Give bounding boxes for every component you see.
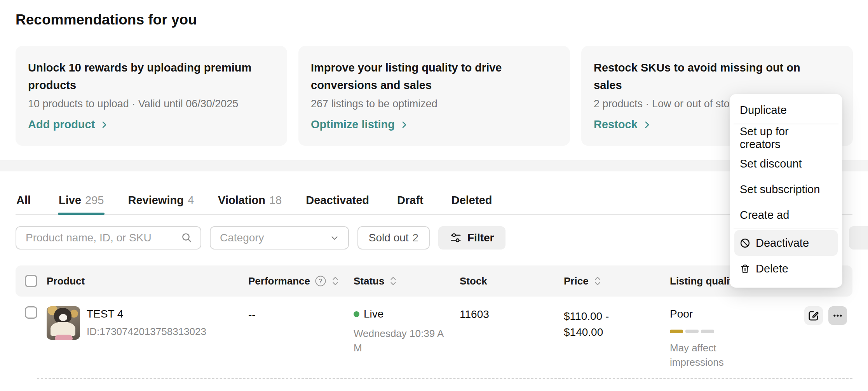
card-subtitle: 267 listings to be optimized (311, 98, 554, 110)
recommendation-card-listing-quality: Improve your listing quality to drive co… (298, 46, 570, 146)
live-status-dot-icon (354, 311, 359, 317)
column-performance: Performance ? (248, 275, 354, 287)
add-product-label: Add product (28, 118, 95, 131)
more-actions-button[interactable] (828, 306, 847, 325)
tab-live[interactable]: Live 295 (58, 193, 105, 214)
card-title: Unlock 10 rewards by uploading premium p… (28, 59, 255, 94)
search-icon (181, 232, 193, 244)
quality-note-line: impressions (670, 355, 776, 370)
sort-icon[interactable] (593, 276, 602, 286)
menu-item-set-subscription[interactable]: Set subscription (730, 176, 842, 202)
menu-divider (734, 124, 838, 124)
menu-item-deactivate[interactable]: Deactivate (734, 230, 838, 256)
sold-out-filter-button[interactable]: Sold out 2 (357, 226, 430, 250)
tab-draft[interactable]: Draft (396, 193, 428, 214)
category-placeholder: Category (220, 232, 264, 244)
sold-out-label: Sold out (369, 232, 409, 244)
row-actions-context-menu: Duplicate Set up for creators Set discou… (730, 94, 842, 288)
filter-toolbar: Category Sold out 2 Filter (16, 226, 505, 250)
edit-icon (808, 310, 819, 321)
chevron-down-icon (329, 233, 340, 243)
tab-reviewing[interactable]: Reviewing 4 (127, 193, 195, 214)
row-checkbox[interactable] (25, 306, 37, 319)
menu-item-duplicate[interactable]: Duplicate (730, 97, 842, 123)
price-line: $110.00 - (564, 308, 670, 324)
trash-icon (740, 264, 750, 274)
status-timestamp-line: M (354, 341, 460, 355)
menu-item-label: Delete (756, 262, 788, 275)
tab-label: Draft (397, 194, 424, 214)
tab-label: Reviewing (128, 194, 183, 214)
sort-icon[interactable] (331, 276, 340, 286)
tab-all[interactable]: All (16, 193, 35, 214)
chevron-right-icon (642, 120, 652, 129)
quality-meter (670, 330, 776, 333)
row-actions (776, 306, 852, 325)
status-timestamp-line: Wednesday 10:39 A (354, 326, 460, 341)
product-name[interactable]: TEST 4 (87, 308, 206, 320)
tab-label: Deactivated (306, 194, 369, 214)
tab-count: 4 (188, 194, 194, 214)
column-label: Listing quality (670, 275, 738, 287)
help-icon[interactable]: ? (315, 275, 326, 287)
products-table: Product Performance ? Status Stock (16, 265, 852, 379)
restock-label: Restock (594, 118, 638, 131)
column-label: Price (564, 275, 589, 287)
menu-item-label: Deactivate (756, 237, 809, 250)
column-status: Status (354, 275, 460, 287)
optimize-listing-link[interactable]: Optimize listing (311, 118, 554, 131)
quality-segment-empty (685, 330, 699, 333)
category-select[interactable]: Category (210, 226, 349, 250)
column-price: Price (564, 275, 670, 287)
tab-count: 18 (269, 194, 282, 214)
tab-deleted[interactable]: Deleted (451, 193, 497, 214)
tab-label: Deleted (451, 194, 492, 214)
add-product-link[interactable]: Add product (28, 118, 272, 131)
filter-button[interactable]: Filter (438, 226, 505, 250)
partially-hidden-toolbar-button[interactable] (849, 226, 868, 250)
thumbnail-art-face-mask (59, 314, 68, 321)
stock-cell: 11603 (460, 306, 564, 321)
card-title: Improve your listing quality to drive co… (311, 59, 538, 94)
column-product: Product (47, 275, 248, 287)
chevron-right-icon (399, 120, 409, 129)
quality-segment-filled (670, 330, 683, 333)
quality-label: Poor (670, 306, 776, 320)
more-ellipsis-icon (832, 310, 844, 321)
menu-item-set-up-for-creators[interactable]: Set up for creators (730, 125, 842, 151)
column-label: Status (354, 275, 384, 287)
column-stock: Stock (460, 275, 564, 287)
edit-product-button[interactable] (804, 306, 823, 325)
thumbnail-art-skirt (55, 335, 73, 340)
tab-violation[interactable]: Violation 18 (217, 193, 282, 214)
tab-label: Violation (218, 194, 265, 214)
menu-item-set-discount[interactable]: Set discount (730, 151, 842, 176)
product-text: TEST 4 ID:1730742013758313023 (87, 306, 206, 340)
performance-cell: -- (248, 306, 354, 321)
product-thumbnail[interactable] (47, 306, 80, 340)
product-id: ID:1730742013758313023 (87, 326, 206, 338)
recommendation-card-rewards: Unlock 10 rewards by uploading premium p… (16, 46, 287, 146)
menu-item-create-ad[interactable]: Create ad (730, 202, 842, 228)
card-title: Restock SKUs to avoid missing out on sal… (594, 59, 821, 94)
ban-icon (740, 238, 750, 248)
tab-deactivated[interactable]: Deactivated (305, 193, 374, 214)
card-subtitle: 10 products to upload · Valid until 06/3… (28, 98, 272, 110)
menu-divider (734, 229, 838, 229)
status-timestamp: Wednesday 10:39 A M (354, 326, 460, 355)
product-cell: TEST 4 ID:1730742013758313023 (47, 306, 248, 340)
filter-icon (450, 232, 462, 244)
search-input[interactable] (26, 232, 169, 244)
quality-note: May affect impressions (670, 341, 776, 370)
column-label: Product (47, 275, 85, 287)
status-cell: Live Wednesday 10:39 A M (354, 306, 460, 355)
header-checkbox-cell (16, 275, 47, 287)
recommendation-cards: Unlock 10 rewards by uploading premium p… (16, 46, 853, 146)
thumbnail-art-top (51, 322, 75, 336)
seller-products-page: Recommendations for you Unlock 10 reward… (0, 0, 868, 391)
select-all-checkbox[interactable] (25, 275, 37, 287)
svg-text:?: ? (319, 278, 322, 285)
sort-icon[interactable] (389, 276, 397, 286)
menu-item-delete[interactable]: Delete (730, 256, 842, 281)
listing-quality-cell: Poor May affect impressions (670, 306, 776, 370)
